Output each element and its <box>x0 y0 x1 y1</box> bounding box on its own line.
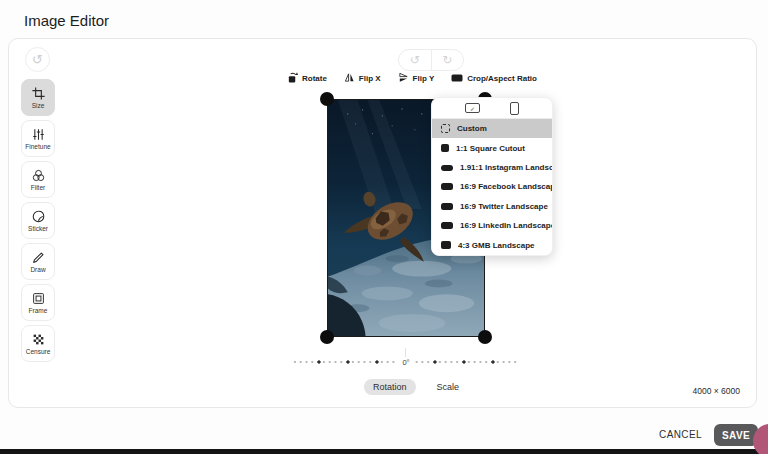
square-ratio-icon <box>441 144 449 152</box>
rotation-ruler[interactable]: 0° <box>292 359 520 365</box>
aspect-option-instagram[interactable]: 1.91:1 Instagram Landscape <box>432 158 552 177</box>
aspect-ratio-icon <box>451 73 463 85</box>
mode-tab-scale[interactable]: Scale <box>428 379 469 395</box>
rotate-button[interactable]: Rotate <box>287 72 327 85</box>
pencil-icon <box>32 251 45 264</box>
aspect-option-label: 1:1 Square Cutout <box>456 144 525 153</box>
aspect-option-custom[interactable]: Custom <box>432 119 552 138</box>
sidebar-item-label: Finetune <box>25 143 50 150</box>
pixelate-icon <box>32 333 45 346</box>
sidebar-item-label: Censure <box>26 348 51 355</box>
wide-ratio-icon <box>441 222 453 229</box>
mode-toggle: Rotation Scale <box>364 379 468 395</box>
landscape-icon: ✓ <box>470 105 475 112</box>
aspect-ratio-menu: ✓ Custom 1:1 Square Cutout 1.91:1 Instag… <box>431 97 553 256</box>
page-title: Image Editor <box>24 12 109 29</box>
mode-tab-rotation[interactable]: Rotation <box>364 379 416 395</box>
transform-toolbar: Rotate Flip X Flip Y Crop/Aspect Ratio <box>287 72 537 85</box>
save-button[interactable]: SAVE <box>714 424 758 446</box>
crop-handle-bottom-right[interactable] <box>478 330 492 344</box>
undo-icon: ↺ <box>410 53 420 67</box>
sidebar-item-filter[interactable]: Filter <box>21 161 55 198</box>
crop-aspect-label: Crop/Aspect Ratio <box>467 74 537 83</box>
aspect-option-label: 16:9 Twitter Landscape <box>460 202 548 211</box>
aspect-option-linkedin[interactable]: 16:9 LinkedIn Landscape <box>432 216 552 235</box>
sticker-icon <box>32 210 45 223</box>
flip-x-icon <box>344 72 355 85</box>
flip-y-icon <box>398 72 409 85</box>
aspect-option-label: 16:9 LinkedIn Landscape <box>460 221 553 230</box>
undo-redo-group: ↺ ↻ <box>398 49 464 71</box>
wide-ratio-icon <box>441 203 453 210</box>
sidebar-item-label: Size <box>32 102 45 109</box>
ruler-center-tick <box>405 348 406 357</box>
wide-ratio-icon <box>441 165 453 171</box>
rotation-degree-label: 0° <box>397 358 414 367</box>
sidebar-item-finetune[interactable]: Finetune <box>21 120 55 157</box>
sidebar-item-label: Draw <box>30 266 45 273</box>
crop-handle-bottom-left[interactable] <box>320 330 334 344</box>
portrait-orientation-tab portrait-icon[interactable] <box>510 102 519 115</box>
aspect-option-gmb[interactable]: 4:3 GMB Landscape <box>432 236 552 255</box>
aspect-option-twitter[interactable]: 16:9 Twitter Landscape <box>432 197 552 216</box>
aspect-option-label: 1.91:1 Instagram Landscape <box>460 163 553 172</box>
frame-icon <box>32 292 45 305</box>
aspect-option-label: 16:9 Facebook Landscape <box>460 182 553 191</box>
aspect-option-label: 4:3 GMB Landscape <box>458 241 534 250</box>
history-icon: ↺ <box>32 53 43 66</box>
sliders-icon <box>32 128 45 141</box>
redo-icon: ↻ <box>442 53 452 67</box>
sidebar-item-frame[interactable]: Frame <box>21 284 55 321</box>
orientation-tabs: ✓ <box>432 98 552 119</box>
wide-ratio-icon <box>441 183 453 190</box>
standard-ratio-icon <box>441 241 451 249</box>
sidebar-item-censure[interactable]: Censure <box>21 325 55 362</box>
flip-x-button[interactable]: Flip X <box>344 72 381 85</box>
image-dimensions: 4000 × 6000 <box>692 386 740 396</box>
sidebar-item-label: Frame <box>29 307 48 314</box>
crop-handle-top-left[interactable] <box>320 92 334 106</box>
rotate-label: Rotate <box>302 74 327 83</box>
image-editor-screen: Image Editor ↺ ↺ ↻ Size Finetune Filter … <box>0 0 768 454</box>
flip-y-label: Flip Y <box>413 74 435 83</box>
sidebar-item-label: Sticker <box>28 225 48 232</box>
undo-button[interactable]: ↺ <box>399 50 431 70</box>
crop-aspect-button[interactable]: Crop/Aspect Ratio <box>451 73 537 85</box>
aspect-option-square[interactable]: 1:1 Square Cutout <box>432 138 552 157</box>
sidebar-item-sticker[interactable]: Sticker <box>21 202 55 239</box>
landscape-orientation-tab[interactable]: ✓ <box>465 103 480 113</box>
editor-panel: ↺ ↺ ↻ Size Finetune Filter Sticker Draw <box>8 38 757 408</box>
filter-icon <box>32 169 45 182</box>
cancel-button[interactable]: CANCEL <box>659 429 702 440</box>
bottom-bar <box>0 449 768 454</box>
redo-button[interactable]: ↻ <box>431 50 464 70</box>
aspect-option-facebook[interactable]: 16:9 Facebook Landscape <box>432 177 552 196</box>
crop-icon <box>32 87 45 100</box>
history-reset-button[interactable]: ↺ <box>25 47 50 72</box>
custom-ratio-icon <box>441 124 450 133</box>
sidebar-item-label: Filter <box>31 184 45 191</box>
rotate-icon <box>287 72 298 85</box>
aspect-option-label: Custom <box>457 124 487 133</box>
sidebar-item-draw[interactable]: Draw <box>21 243 55 280</box>
flip-x-label: Flip X <box>359 74 381 83</box>
flip-y-button[interactable]: Flip Y <box>398 72 435 85</box>
sidebar-item-size[interactable]: Size <box>21 79 55 116</box>
